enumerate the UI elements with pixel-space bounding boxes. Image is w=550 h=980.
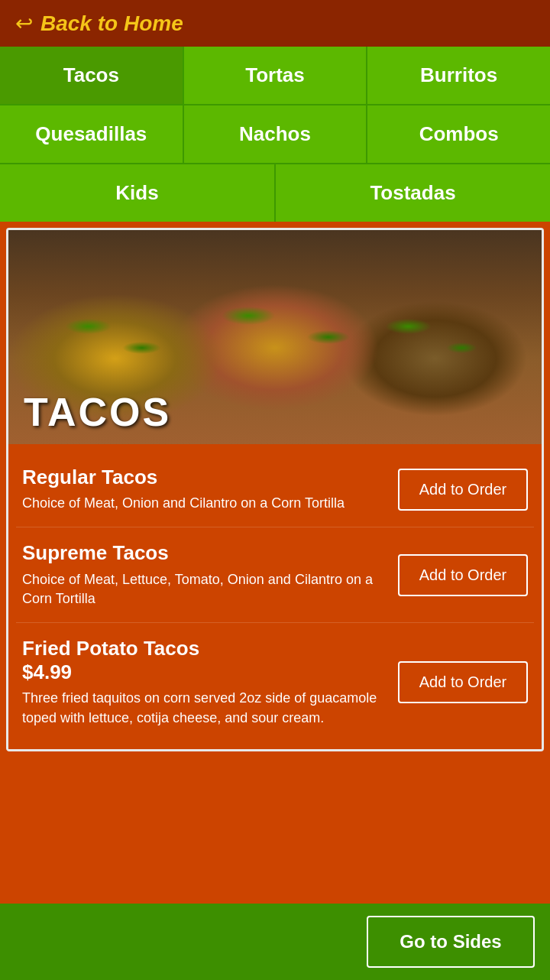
item-desc-regular-tacos: Choice of Meat, Onion and Cilantro on a …	[22, 494, 387, 513]
nav-row-3: Kids Tostadas	[0, 164, 550, 222]
item-name-fried-potato-tacos: Fried Potato Tacos $4.99	[22, 637, 387, 684]
nav-kids[interactable]: Kids	[0, 164, 274, 222]
item-desc-fried-potato-tacos: Three fried taquitos on corn served 2oz …	[22, 689, 387, 727]
item-desc-supreme-tacos: Choice of Meat, Lettuce, Tomato, Onion a…	[22, 570, 387, 608]
main-content-card: TACOS Regular Tacos Choice of Meat, Onio…	[6, 228, 544, 751]
nav-quesadillas[interactable]: Quesadillas	[0, 105, 183, 163]
menu-item-fried-potato-tacos: Fried Potato Tacos $4.99 Three fried taq…	[16, 623, 534, 741]
menu-item-text: Regular Tacos Choice of Meat, Onion and …	[22, 466, 398, 513]
nav-tacos[interactable]: Tacos	[0, 47, 183, 104]
menu-item-regular-tacos: Regular Tacos Choice of Meat, Onion and …	[16, 452, 534, 527]
add-supreme-tacos-button[interactable]: Add to Order	[398, 554, 528, 596]
nav-combos[interactable]: Combos	[367, 105, 550, 163]
item-name-supreme-tacos: Supreme Tacos	[22, 541, 387, 565]
add-regular-tacos-button[interactable]: Add to Order	[398, 469, 528, 511]
add-fried-potato-tacos-button[interactable]: Add to Order	[398, 661, 528, 703]
go-to-sides-button[interactable]: Go to Sides	[367, 916, 535, 968]
nav-row-1: Tacos Tortas Burritos	[0, 47, 550, 104]
page-wrapper: ↩ Back to Home Tacos Tortas Burritos Que…	[0, 0, 550, 980]
content-area: TACOS Regular Tacos Choice of Meat, Onio…	[0, 222, 550, 904]
hero-title: TACOS	[24, 389, 171, 435]
nav-nachos[interactable]: Nachos	[184, 105, 367, 163]
menu-list: Regular Tacos Choice of Meat, Onion and …	[8, 444, 542, 749]
item-name-regular-tacos: Regular Tacos	[22, 466, 387, 489]
hero-image: TACOS	[8, 230, 542, 444]
menu-item-text: Supreme Tacos Choice of Meat, Lettuce, T…	[22, 541, 398, 608]
nav-tortas[interactable]: Tortas	[184, 47, 367, 104]
nav-tostadas[interactable]: Tostadas	[276, 164, 550, 222]
category-nav: Tacos Tortas Burritos Quesadillas Nachos…	[0, 47, 550, 222]
nav-burritos[interactable]: Burritos	[367, 47, 550, 104]
back-arrow-icon: ↩	[15, 11, 33, 36]
nav-row-2: Quesadillas Nachos Combos	[0, 105, 550, 163]
item-price-fried-potato: $4.99	[22, 660, 72, 683]
menu-item-text: Fried Potato Tacos $4.99 Three fried taq…	[22, 637, 398, 728]
menu-item-supreme-tacos: Supreme Tacos Choice of Meat, Lettuce, T…	[16, 527, 534, 623]
footer: Go to Sides	[0, 904, 550, 980]
back-label: Back to Home	[40, 11, 183, 36]
back-header[interactable]: ↩ Back to Home	[0, 0, 550, 47]
